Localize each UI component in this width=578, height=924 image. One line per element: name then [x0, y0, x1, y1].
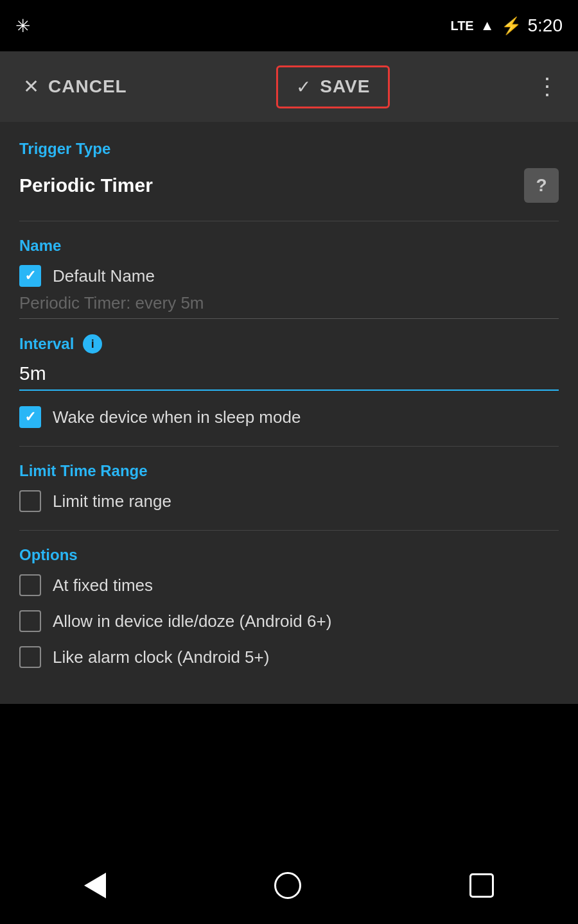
time-display: 5:20: [528, 15, 563, 36]
recents-icon: [469, 873, 494, 898]
divider-2: [19, 446, 559, 447]
limit-time-range-checkbox[interactable]: [19, 490, 41, 512]
back-button[interactable]: [84, 873, 106, 898]
name-input-row: Periodic Timer: every 5m: [19, 293, 559, 319]
save-check-icon: ✓: [296, 76, 311, 98]
status-bar: ✳︎ LTE ▲ ⚡ 5:20: [0, 0, 578, 51]
trigger-type-section-label: Trigger Type: [19, 140, 559, 158]
status-bar-left: ✳︎: [15, 15, 30, 37]
allow-idle-doze-label: Allow in device idle/doze (Android 6+): [53, 612, 331, 631]
wake-device-checkbox-row: Wake device when in sleep mode: [19, 406, 559, 428]
content-area: Trigger Type Periodic Timer ? Name Defau…: [0, 122, 578, 704]
limit-time-range-checkbox-row: Limit time range: [19, 490, 559, 512]
cancel-button[interactable]: ✕ CANCEL: [13, 70, 137, 103]
wake-device-section: Wake device when in sleep mode: [19, 406, 559, 428]
trigger-type-value: Periodic Timer: [19, 175, 153, 196]
lte-label: LTE: [450, 19, 473, 33]
trigger-type-row: Periodic Timer ?: [19, 168, 559, 203]
recents-button[interactable]: [469, 873, 494, 898]
default-name-checkbox[interactable]: [19, 265, 41, 287]
interval-info-button[interactable]: i: [83, 334, 102, 354]
option-row-0: At fixed times: [19, 574, 559, 596]
wake-device-label: Wake device when in sleep mode: [53, 407, 301, 427]
interval-section: Interval i 5m: [19, 334, 559, 391]
default-name-label: Default Name: [53, 266, 155, 286]
more-menu-button[interactable]: ⋮: [529, 67, 565, 107]
bottom-navigation: [0, 847, 578, 924]
info-icon-label: i: [91, 338, 94, 351]
status-bar-right: LTE ▲ ⚡ 5:20: [450, 15, 563, 36]
like-alarm-clock-checkbox[interactable]: [19, 646, 41, 668]
name-section: Name Default Name Periodic Timer: every …: [19, 237, 559, 319]
option-row-1: Allow in device idle/doze (Android 6+): [19, 610, 559, 632]
options-section: Options At fixed times Allow in device i…: [19, 546, 559, 668]
divider-3: [19, 530, 559, 531]
battery-icon: ⚡: [501, 16, 521, 36]
save-button[interactable]: ✓ SAVE: [276, 65, 390, 108]
limit-time-range-section: Limit Time Range Limit time range: [19, 462, 559, 512]
signal-icon: ▲: [480, 17, 495, 34]
toolbar: ✕ CANCEL ✓ SAVE ⋮: [0, 51, 578, 122]
interval-input-row: 5m: [19, 363, 559, 391]
name-input-placeholder[interactable]: Periodic Timer: every 5m: [19, 293, 204, 312]
help-icon: ?: [536, 175, 547, 196]
more-icon: ⋮: [536, 73, 559, 99]
cancel-label: CANCEL: [48, 76, 127, 97]
wake-device-checkbox[interactable]: [19, 406, 41, 428]
interval-value[interactable]: 5m: [19, 363, 46, 384]
option-row-2: Like alarm clock (Android 5+): [19, 646, 559, 668]
cancel-x-icon: ✕: [23, 77, 39, 96]
interval-section-label: Interval: [19, 335, 74, 353]
home-icon: [274, 872, 301, 899]
like-alarm-clock-label: Like alarm clock (Android 5+): [53, 647, 269, 667]
interval-label-row: Interval i: [19, 334, 559, 354]
default-name-checkbox-row: Default Name: [19, 265, 559, 287]
options-section-label: Options: [19, 546, 559, 564]
at-fixed-times-checkbox[interactable]: [19, 574, 41, 596]
app-container: ✕ CANCEL ✓ SAVE ⋮ Trigger Type Periodic …: [0, 51, 578, 704]
limit-time-range-section-label: Limit Time Range: [19, 462, 559, 480]
trigger-type-help-button[interactable]: ?: [524, 168, 559, 203]
limit-time-range-label: Limit time range: [53, 492, 171, 511]
name-section-label: Name: [19, 237, 559, 255]
back-icon: [84, 873, 106, 898]
at-fixed-times-label: At fixed times: [53, 576, 153, 595]
allow-idle-doze-checkbox[interactable]: [19, 610, 41, 632]
divider-1: [19, 221, 559, 221]
save-label: SAVE: [320, 76, 370, 97]
sparkle-icon: ✳︎: [15, 15, 30, 37]
home-button[interactable]: [274, 872, 301, 899]
